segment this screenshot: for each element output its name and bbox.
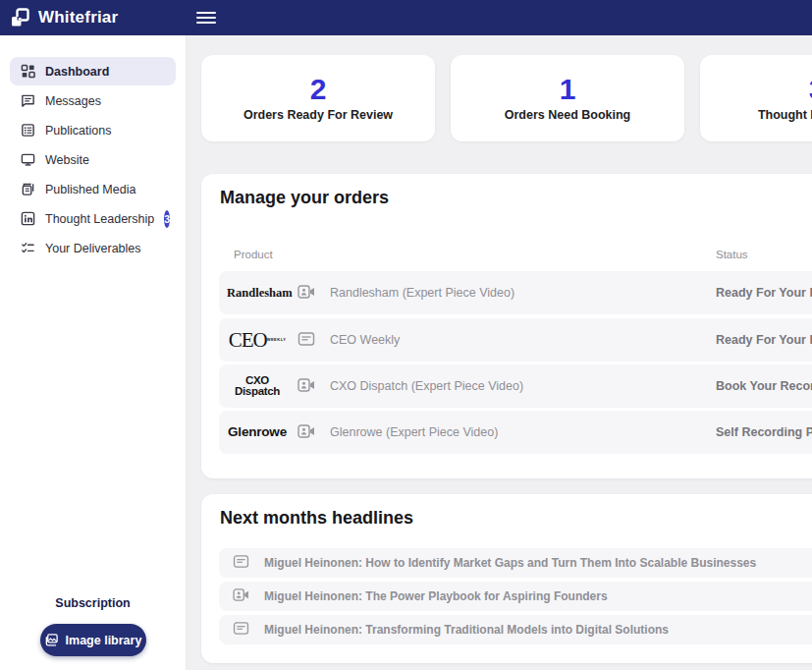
video-camera-icon (298, 424, 315, 440)
article-icon (233, 622, 250, 638)
order-row-ceo-weekly[interactable]: CEOWEEKLY CEO Weekly Ready For Your Revi… (219, 318, 812, 362)
order-name: Glenrowe (Expert Piece Video) (330, 425, 498, 439)
video-camera-icon (233, 588, 250, 604)
stat-value: 3 (809, 75, 812, 104)
order-status: Book Your Recording (716, 379, 812, 393)
messages-icon (20, 93, 35, 109)
glenrowe-logo: Glenrowe (227, 425, 288, 439)
main-content: 2 Orders Ready For Review 1 Orders Need … (187, 35, 812, 670)
order-name: Randlesham (Expert Piece Video) (330, 286, 514, 300)
video-camera-icon (298, 378, 315, 394)
whitefriar-logo-icon (10, 7, 31, 28)
order-name: CEO Weekly (330, 333, 400, 347)
sidebar-item-label: Dashboard (45, 65, 109, 79)
sidebar-item-website[interactable]: Website (10, 145, 176, 174)
order-name: CXO Dispatch (Expert Piece Video) (330, 379, 523, 393)
order-status: Self Recording Pending (716, 425, 812, 439)
checklist-icon (20, 241, 35, 256)
sidebar-bottom: Subscription Image library (0, 596, 186, 664)
sidebar: Dashboard Messages (0, 35, 187, 670)
sidebar-item-dashboard[interactable]: Dashboard (10, 57, 176, 85)
video-camera-icon (298, 285, 315, 301)
stat-cards-row: 2 Orders Ready For Review 1 Orders Need … (201, 55, 812, 141)
sidebar-item-label: Thought Leadership (45, 212, 154, 226)
headline-row[interactable]: Miguel Heinonen: The Power Playbook for … (219, 582, 812, 611)
sidebar-item-published-media[interactable]: Published Media (10, 175, 176, 203)
order-row-cxo-dispatch[interactable]: CXO Dispatch CXO Dispatch (Expert Piece … (219, 364, 812, 408)
stat-card-orders-ready: 2 Orders Ready For Review (201, 55, 435, 141)
brand[interactable]: Whitefriar (0, 7, 118, 28)
order-row-randlesham[interactable]: Randlesham Randlesham (Expert Piece Vide… (219, 271, 812, 314)
sidebar-item-messages[interactable]: Messages (10, 86, 176, 115)
sidebar-nav: Dashboard Messages (0, 57, 186, 263)
stat-label: Thought Leadership (758, 108, 812, 122)
top-header: Whitefriar (0, 0, 812, 35)
thought-leadership-badge: 3 (164, 210, 170, 228)
column-header-product: Product (234, 249, 273, 260)
headline-text: Miguel Heinonen: How to Identify Market … (264, 556, 756, 570)
image-library-button-label: Image library (66, 634, 142, 647)
randlesham-logo: Randlesham (227, 287, 288, 300)
stat-value: 1 (560, 75, 576, 104)
publications-icon (20, 123, 35, 139)
cxo-dispatch-logo: CXO Dispatch (227, 375, 288, 398)
headline-text: Miguel Heinonen: Transforming Traditiona… (264, 623, 669, 637)
sidebar-item-label: Website (45, 153, 89, 167)
headlines-panel: Next months headlines Miguel Heinonen: H… (201, 494, 812, 663)
manage-orders-panel: Manage your orders Product Status Randle… (201, 174, 812, 478)
sidebar-item-label: Messages (45, 94, 101, 108)
headlines-title: Next months headlines (220, 508, 413, 529)
sidebar-item-label: Your Deliverables (45, 242, 141, 255)
order-row-glenrowe[interactable]: Glenrowe Glenrowe (Expert Piece Video) S… (219, 411, 812, 454)
website-icon (20, 152, 35, 168)
article-icon (233, 555, 250, 571)
order-status: Ready For Your Review (716, 333, 812, 347)
brand-name: Whitefriar (38, 8, 118, 28)
order-status: Ready For Your Review (716, 286, 812, 300)
sidebar-item-publications[interactable]: Publications (10, 116, 176, 144)
manage-orders-title: Manage your orders (220, 188, 389, 208)
subscription-label: Subscription (0, 596, 186, 610)
published-media-icon (20, 182, 35, 197)
headline-text: Miguel Heinonen: The Power Playbook for … (264, 589, 608, 603)
headline-row[interactable]: Miguel Heinonen: Transforming Traditiona… (219, 615, 812, 644)
stat-label: Orders Ready For Review (244, 108, 393, 122)
stat-label: Orders Need Booking (505, 108, 631, 122)
headline-row[interactable]: Miguel Heinonen: How to Identify Market … (219, 548, 812, 578)
stat-card-thought-leadership: 3 Thought Leadership (700, 55, 812, 141)
stat-value: 2 (310, 75, 327, 104)
sidebar-item-thought-leadership[interactable]: Thought Leadership 3 (10, 204, 176, 233)
image-library-button[interactable]: Image library (40, 624, 146, 656)
ceo-weekly-logo: CEOWEEKLY (227, 330, 288, 351)
hamburger-menu-icon[interactable] (194, 6, 218, 29)
stat-card-orders-need-booking: 1 Orders Need Booking (451, 55, 684, 141)
article-icon (298, 332, 315, 348)
sidebar-item-your-deliverables[interactable]: Your Deliverables (10, 234, 176, 262)
linkedin-icon (20, 211, 35, 227)
image-library-icon (44, 633, 59, 647)
sidebar-item-label: Published Media (45, 183, 135, 196)
dashboard-grid-icon (20, 64, 35, 80)
sidebar-item-label: Publications (45, 124, 111, 138)
column-header-status: Status (716, 249, 748, 260)
